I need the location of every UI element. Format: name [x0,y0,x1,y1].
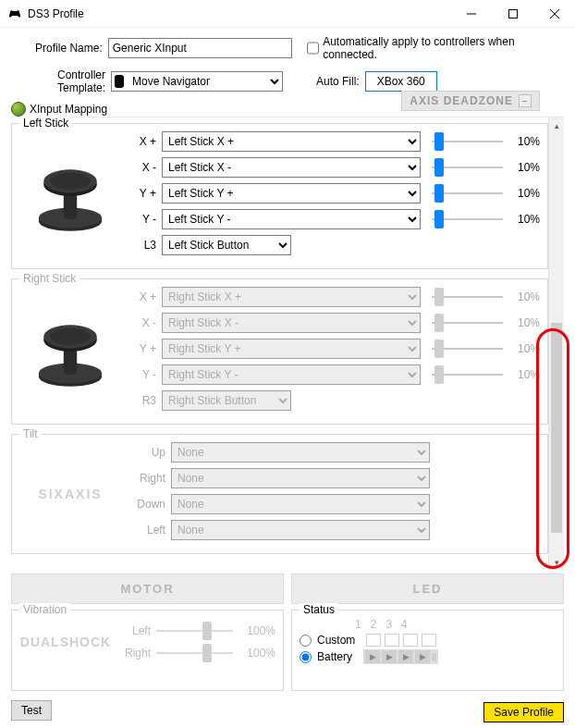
tab-xinput-mapping[interactable]: XInput Mapping [30,103,107,116]
window-title: DS3 Profile [28,7,450,20]
left-stick-xplus-label: X + [128,135,156,148]
l3-select[interactable]: Left Stick Button [162,235,291,255]
sixaxis-brand: SIXAXIS [19,442,121,546]
left-stick-yplus-pct: 10% [508,187,540,200]
right-stick-yminus-select: Right Stick Y - [162,364,421,385]
vertical-scrollbar[interactable]: ▴ ▾ [548,117,564,570]
minimize-button[interactable] [450,0,492,28]
auto-fill-xbox360-button[interactable]: XBox 360 [365,71,437,92]
right-stick-yminus-slider [432,365,503,384]
vibration-left-label: Left [117,624,151,637]
left-stick-image [19,131,121,261]
led-numbers: 1 2 3 4 [355,618,556,631]
left-stick-xminus-pct: 10% [508,161,540,174]
left-stick-yminus-select[interactable]: Left Stick Y - [162,209,421,229]
test-button[interactable]: Test [11,700,52,721]
right-stick-xplus-select: Right Stick X + [162,287,421,307]
left-stick-yminus-pct: 10% [508,213,540,226]
close-button[interactable] [533,0,575,28]
battery-indicator-icon: ▶▶▶▶ [363,649,438,664]
left-stick-yminus-label: Y - [128,213,156,226]
vibration-right-slider [156,644,233,662]
tilt-up-select: None [171,442,430,463]
titlebar: DS3 Profile [0,0,575,28]
left-stick-yplus-slider[interactable] [432,184,503,203]
scroll-up-arrow-icon[interactable]: ▴ [549,117,564,133]
left-stick-xminus-select[interactable]: Left Stick X - [162,157,421,178]
right-stick-yminus-pct: 10% [508,368,540,381]
r3-select: Right Stick Button [162,390,291,411]
left-stick-xplus-pct: 10% [508,135,540,148]
right-stick-xplus-pct: 10% [508,290,540,303]
tilt-right-label: Right [128,472,165,485]
vibration-group: Vibration DUALSHOCK Left 100% Right [11,610,284,691]
tilt-left-label: Left [128,524,165,537]
right-stick-yplus-select: Right Stick Y + [162,339,421,359]
right-stick-image [19,287,121,416]
profile-name-label: Profile Name: [11,42,103,55]
left-stick-xplus-select[interactable]: Left Stick X + [162,131,421,152]
led-box-4[interactable] [422,634,436,647]
left-stick-group: Left Stick X + [11,123,548,269]
status-custom-radio[interactable] [300,635,312,647]
vibration-right-pct: 100% [239,647,275,660]
tilt-group: Tilt SIXAXIS Up None Right None [11,434,548,554]
vibration-left-slider [156,622,233,640]
left-stick-yplus-select[interactable]: Left Stick Y + [162,183,421,204]
tilt-up-label: Up [128,446,165,459]
controller-template-select[interactable]: Move Navigator [111,71,283,92]
left-stick-xminus-slider[interactable] [432,158,503,177]
scrollbar-track[interactable] [549,133,564,554]
left-stick-yplus-label: Y + [128,187,156,200]
save-profile-button[interactable]: Save Profile [483,702,564,722]
tab-led[interactable]: LED [291,574,564,604]
svg-point-15 [50,328,90,345]
right-stick-yplus-label: Y + [128,342,156,355]
move-navigator-icon [115,75,124,88]
left-stick-xminus-label: X - [128,161,156,174]
led-box-3[interactable] [403,634,418,647]
status-custom-label: Custom [317,634,355,647]
left-stick-yminus-slider[interactable] [432,210,503,228]
svg-point-9 [50,173,90,190]
app-icon [7,6,22,21]
l3-label: L3 [128,239,156,252]
right-stick-xplus-slider [432,288,503,306]
vibration-legend: Vibration [19,603,70,616]
maximize-button[interactable] [492,0,533,28]
r3-label: R3 [128,394,156,407]
auto-apply-checkbox[interactable] [307,42,320,55]
tilt-down-label: Down [128,498,165,511]
axis-deadzone-header[interactable]: AXIS DEADZONE – [401,91,540,111]
left-stick-xplus-slider[interactable] [432,132,503,151]
xbox-orb-icon [11,102,26,117]
axis-deadzone-collapse-button[interactable]: – [519,94,532,107]
scroll-down-arrow-icon[interactable]: ▾ [549,554,564,570]
right-stick-xminus-select: Right Stick X - [162,313,421,333]
right-stick-xminus-slider [432,314,503,332]
tilt-legend: Tilt [19,427,42,440]
right-stick-yminus-label: Y - [128,368,156,381]
auto-apply-label: Automatically apply to controllers when … [323,35,564,61]
right-stick-yplus-pct: 10% [508,342,540,355]
status-battery-label: Battery [317,650,352,663]
dualshock-brand: DUALSHOCK [20,635,111,649]
tab-motor[interactable]: MOTOR [11,574,284,604]
status-legend: Status [300,603,338,616]
scrollbar-thumb[interactable] [551,323,562,534]
status-battery-radio[interactable] [300,651,312,663]
right-stick-xminus-pct: 10% [508,316,540,329]
right-stick-group: Right Stick X + [11,278,548,425]
axis-deadzone-label: AXIS DEADZONE [410,94,513,107]
right-stick-xplus-label: X + [128,290,156,303]
vibration-left-pct: 100% [239,624,275,637]
led-box-1[interactable] [366,634,381,647]
led-box-2[interactable] [385,634,399,647]
profile-name-input[interactable] [108,38,292,58]
tilt-left-select: None [171,520,430,540]
tilt-down-select: None [171,494,430,514]
controller-template-label: Controller Template: [11,68,105,94]
vibration-right-label: Right [117,647,151,660]
right-stick-legend: Right Stick [19,272,80,285]
tilt-right-select: None [171,468,430,488]
